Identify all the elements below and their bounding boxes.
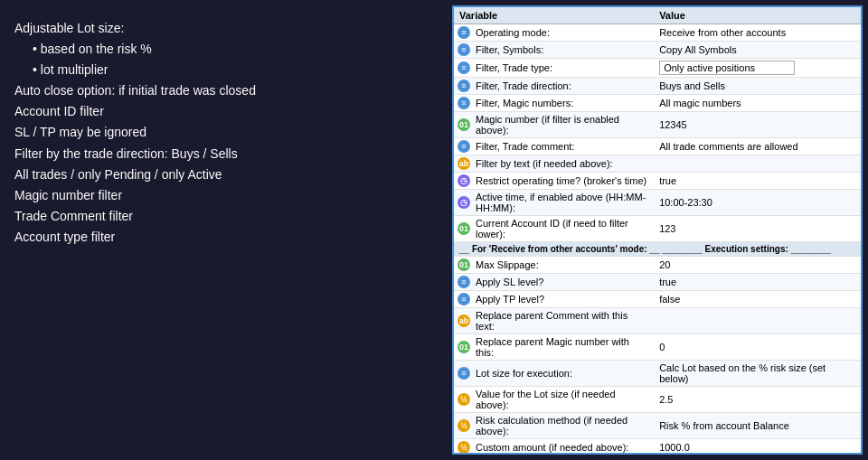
value-cell[interactable]: Only active positions <box>654 59 861 78</box>
feature-item-1: • based on the risk % <box>33 39 438 60</box>
icon-cell-16: 01 <box>454 334 472 361</box>
icon-cell-12: 01 <box>454 257 472 274</box>
features-list: Adjustable Lot size:• based on the risk … <box>14 18 438 248</box>
icon-cell-4: ≡ <box>454 95 472 112</box>
variable-cell: Risk calculation method (if needed above… <box>472 413 654 439</box>
value-cell: true <box>654 274 861 291</box>
feature-item-9: Trade Comment filter <box>14 206 438 227</box>
feature-item-4: Account ID filter <box>14 101 438 122</box>
variable-cell: Replace parent Magic number with this: <box>472 334 654 361</box>
table-row: ≡Filter, Trade type:Only active position… <box>454 59 861 78</box>
row-icon: ≡ <box>458 293 470 305</box>
table-row: ≡Filter, Magic numbers:All magic numbers <box>454 95 861 112</box>
icon-cell-9: ◷ <box>454 190 472 216</box>
table-row: 01Current Account ID (if need to filter … <box>454 216 861 242</box>
variable-cell: Filter by text (if needed above): <box>472 155 654 173</box>
value-cell <box>654 308 861 334</box>
row-icon: ≡ <box>458 61 470 74</box>
table-row: ◷Restrict operating time? (broker's time… <box>454 173 861 190</box>
row-icon: 01 <box>458 118 470 131</box>
icon-cell-7: ab <box>454 155 472 173</box>
table-row: ½Custom amount (if needed above):1000.0 <box>454 439 861 454</box>
table-row: ≡Apply SL level?true <box>454 274 861 291</box>
table-row: ◷Active time, if enabled above (HH:MM-HH… <box>454 190 861 216</box>
table-row: ≡Operating mode:Receive from other accou… <box>454 24 861 42</box>
feature-item-10: Account type filter <box>14 227 438 248</box>
variable-cell: Custom amount (if needed above): <box>472 439 654 454</box>
icon-cell-18: ½ <box>454 387 472 413</box>
value-cell: 0 <box>654 334 861 361</box>
table-row: 01Max Slippage:20 <box>454 257 861 274</box>
feature-item-3: Auto close option: if initial trade was … <box>14 80 438 101</box>
row-icon: ≡ <box>458 43 470 56</box>
row-icon: ab <box>458 157 470 170</box>
row-icon: ≡ <box>458 80 470 92</box>
value-cell: 123 <box>654 216 861 242</box>
variable-cell: Active time, if enabled above (HH:MM-HH:… <box>472 190 654 216</box>
col-value: Value <box>654 7 861 24</box>
row-icon: ◷ <box>458 196 470 209</box>
icon-cell-20: ½ <box>454 439 472 454</box>
row-icon: ≡ <box>458 26 470 39</box>
variable-cell: Magic number (if filter is enabled above… <box>472 112 654 138</box>
feature-item-5: SL / TP may be ignored <box>14 122 438 143</box>
icon-cell-19: ½ <box>454 413 472 439</box>
icon-cell-2: ≡ <box>454 59 472 78</box>
table-row: ½Risk calculation method (if needed abov… <box>454 413 861 439</box>
variable-cell: Filter, Trade direction: <box>472 78 654 95</box>
value-cell: 20 <box>654 257 861 274</box>
variable-cell: Operating mode: <box>472 24 654 42</box>
row-icon: ◷ <box>458 174 470 187</box>
variable-cell: Filter, Symbols: <box>472 42 654 59</box>
table-row: ≡Lot size for execution:Calc Lot based o… <box>454 361 861 387</box>
variable-cell: Filter, Trade comment: <box>472 138 654 155</box>
table-row: abFilter by text (if needed above): <box>454 155 861 173</box>
separator-cell: __ For 'Receive from other accounts' mod… <box>454 242 861 257</box>
variable-cell: Apply TP level? <box>472 291 654 308</box>
value-cell: true <box>654 173 861 190</box>
row-icon: ½ <box>458 441 470 453</box>
icon-cell-14: ≡ <box>454 291 472 308</box>
table-row: ≡Filter, Trade direction:Buys and Sells <box>454 78 861 95</box>
dropdown-value[interactable]: Only active positions <box>659 61 795 75</box>
variable-cell: Filter, Magic numbers: <box>472 95 654 112</box>
value-cell: Calc Lot based on the % risk size (set b… <box>654 361 861 387</box>
value-cell: Risk % from account Balance <box>654 413 861 439</box>
row-icon: 01 <box>458 341 470 353</box>
icon-cell-10: 01 <box>454 216 472 242</box>
table-row: 01Magic number (if filter is enabled abo… <box>454 112 861 138</box>
table-row: ≡Filter, Symbols:Copy All Symbols <box>454 42 861 59</box>
table-row: __ For 'Receive from other accounts' mod… <box>454 242 861 257</box>
row-icon: ½ <box>458 419 470 432</box>
icon-cell-0: ≡ <box>454 24 472 42</box>
variable-cell: Value for the Lot size (if needed above)… <box>472 387 654 413</box>
icon-cell-15: ab <box>454 308 472 334</box>
row-icon: ab <box>458 314 470 327</box>
icon-cell-6: ≡ <box>454 138 472 155</box>
variable-cell: Restrict operating time? (broker's time) <box>472 173 654 190</box>
value-cell: 12345 <box>654 112 861 138</box>
value-cell: Buys and Sells <box>654 78 861 95</box>
feature-item-0: Adjustable Lot size: <box>14 18 438 39</box>
table-row: 01Replace parent Magic number with this:… <box>454 334 861 361</box>
feature-item-7: All trades / only Pending / only Active <box>14 164 438 185</box>
value-cell <box>654 155 861 173</box>
col-variable: Variable <box>454 7 654 24</box>
variable-cell: Apply SL level? <box>472 274 654 291</box>
left-panel: Adjustable Lot size:• based on the risk … <box>0 0 452 460</box>
value-cell: false <box>654 291 861 308</box>
value-cell: 2.5 <box>654 387 861 413</box>
icon-cell-17: ≡ <box>454 361 472 387</box>
settings-table: Variable Value ≡Operating mode:Receive f… <box>454 7 861 453</box>
table-container[interactable]: Variable Value ≡Operating mode:Receive f… <box>454 7 861 453</box>
value-cell: Receive from other accounts <box>654 24 861 42</box>
icon-cell-3: ≡ <box>454 78 472 95</box>
table-row: ½Value for the Lot size (if needed above… <box>454 387 861 413</box>
variable-cell: Current Account ID (if need to filter lo… <box>472 216 654 242</box>
value-cell: All trade comments are allowed <box>654 138 861 155</box>
table-row: ≡Apply TP level?false <box>454 291 861 308</box>
variable-cell: Filter, Trade type: <box>472 59 654 78</box>
row-icon: ≡ <box>458 97 470 109</box>
value-cell: 10:00-23:30 <box>654 190 861 216</box>
value-cell: 1000.0 <box>654 439 861 454</box>
